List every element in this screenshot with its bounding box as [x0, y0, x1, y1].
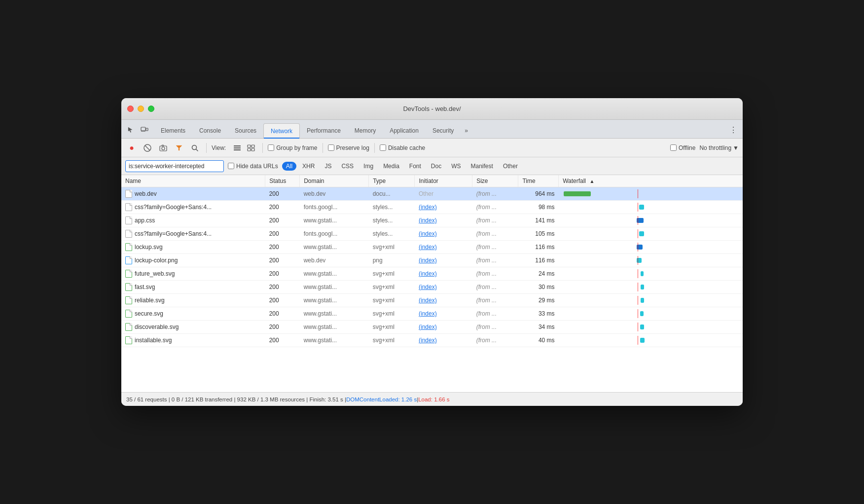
filter-tag-ws[interactable]: WS — [447, 162, 465, 171]
svg-rect-15 — [248, 148, 251, 151]
close-button[interactable] — [127, 106, 134, 112]
device-toolbar-icon[interactable] — [139, 124, 150, 135]
col-header-time[interactable]: Time — [518, 175, 559, 187]
more-options-button[interactable]: ⋮ — [728, 124, 739, 135]
cursor-icon[interactable] — [125, 124, 136, 135]
devtools-window: DevTools - web.dev/ Elements Console — [121, 98, 743, 406]
table-row[interactable]: web.dev200web.devdocu...Other(from ...96… — [121, 187, 743, 201]
disable-cache-checkbox[interactable] — [380, 144, 386, 151]
screenshot-button[interactable] — [157, 142, 170, 154]
view-label: View: — [212, 144, 226, 151]
col-header-name[interactable]: Name — [121, 175, 265, 187]
filter-icon[interactable] — [173, 142, 185, 154]
filter-tag-font[interactable]: Font — [405, 162, 425, 171]
svg-rect-16 — [252, 148, 254, 151]
load-stat: Load: 1.66 s — [418, 396, 449, 402]
hide-data-urls-checkbox[interactable] — [228, 163, 234, 169]
svg-rect-14 — [252, 145, 254, 147]
toolbar-end: Offline No throttling ▼ — [670, 144, 739, 151]
col-header-waterfall[interactable]: Waterfall ▲ — [559, 175, 743, 187]
offline-checkbox-label[interactable]: Offline — [670, 144, 695, 151]
tabs-bar: Elements Console Sources Network Perform… — [121, 120, 743, 139]
toolbar-separator-1 — [206, 143, 207, 153]
status-bar: 35 / 61 requests | 0 B / 121 KB transfer… — [121, 392, 743, 406]
table-row[interactable]: installable.svg200www.gstati...svg+xml(i… — [121, 334, 743, 347]
tab-memory[interactable]: Memory — [348, 123, 383, 138]
svg-point-6 — [162, 147, 165, 150]
view-buttons — [231, 142, 257, 154]
filter-bar: Hide data URLs All XHR JS CSS Img Media … — [121, 157, 743, 175]
table-row[interactable]: secure.svg200www.gstati...svg+xml(index)… — [121, 307, 743, 321]
status-text: 35 / 61 requests | 0 B / 121 KB transfer… — [126, 396, 346, 402]
filter-input-wrapper[interactable] — [125, 160, 224, 172]
more-tabs-button[interactable]: » — [461, 123, 472, 138]
tab-console[interactable]: Console — [192, 123, 228, 138]
minimize-button[interactable] — [138, 106, 144, 112]
network-toolbar: ● View: — [121, 139, 743, 157]
preserve-log-checkbox[interactable] — [328, 144, 334, 151]
table-row[interactable]: css?family=Google+Sans:4...200fonts.goog… — [121, 227, 743, 241]
record-button[interactable]: ● — [125, 142, 138, 154]
filter-tag-img[interactable]: Img — [360, 162, 377, 171]
toolbar-separator-4 — [374, 143, 375, 153]
svg-rect-12 — [234, 149, 241, 150]
tab-elements[interactable]: Elements — [154, 123, 192, 138]
svg-rect-7 — [162, 145, 164, 146]
tab-overflow: ⋮ — [728, 124, 739, 138]
col-header-status[interactable]: Status — [265, 175, 300, 187]
table-row[interactable]: reliable.svg200www.gstati...svg+xml(inde… — [121, 294, 743, 307]
toolbar-separator-2 — [262, 143, 263, 153]
table-row[interactable]: css?family=Google+Sans:4...200fonts.goog… — [121, 201, 743, 214]
filter-tag-css[interactable]: CSS — [337, 162, 358, 171]
table-row[interactable]: app.css200www.gstati...styles...(index)(… — [121, 214, 743, 227]
tab-security[interactable]: Security — [426, 123, 461, 138]
filter-tag-doc[interactable]: Doc — [427, 162, 445, 171]
window-controls — [127, 106, 154, 112]
throttle-dropdown[interactable]: No throttling ▼ — [699, 144, 739, 151]
filter-tag-all[interactable]: All — [282, 162, 296, 171]
svg-rect-11 — [234, 147, 241, 148]
table-row[interactable]: lockup-color.png200web.devpng(index)(fro… — [121, 254, 743, 267]
svg-line-9 — [196, 149, 198, 151]
col-header-size[interactable]: Size — [472, 175, 518, 187]
preserve-log-checkbox-label[interactable]: Preserve log — [328, 144, 369, 151]
titlebar: DevTools - web.dev/ — [121, 98, 743, 120]
filter-input[interactable] — [129, 163, 220, 170]
filter-tag-other[interactable]: Other — [499, 162, 522, 171]
table-row[interactable]: lockup.svg200www.gstati...svg+xml(index)… — [121, 241, 743, 254]
offline-checkbox[interactable] — [670, 144, 677, 151]
maximize-button[interactable] — [148, 106, 154, 112]
hide-data-urls-label[interactable]: Hide data URLs — [228, 163, 278, 170]
search-button[interactable] — [188, 142, 201, 154]
dom-content-loaded-stat[interactable]: DOMContentLoaded: 1.26 s — [346, 396, 417, 402]
filter-tag-xhr[interactable]: XHR — [298, 162, 319, 171]
svg-rect-10 — [234, 145, 241, 146]
filter-tag-js[interactable]: JS — [321, 162, 335, 171]
svg-line-4 — [145, 145, 150, 150]
filter-tag-media[interactable]: Media — [379, 162, 403, 171]
table-row[interactable]: fast.svg200www.gstati...svg+xml(index)(f… — [121, 281, 743, 294]
col-header-initiator[interactable]: Initiator — [415, 175, 472, 187]
col-header-domain[interactable]: Domain — [300, 175, 369, 187]
tab-performance[interactable]: Performance — [300, 123, 348, 138]
tab-network[interactable]: Network — [263, 123, 300, 138]
sort-arrow-icon: ▲ — [589, 179, 594, 184]
tab-icon-group — [125, 124, 150, 138]
tab-application[interactable]: Application — [383, 123, 426, 138]
filter-tag-manifest[interactable]: Manifest — [467, 162, 497, 171]
svg-rect-0 — [141, 127, 145, 131]
network-table: Name Status Domain Type Initiator Size T… — [121, 175, 743, 392]
grouped-view-button[interactable] — [245, 142, 257, 154]
col-header-type[interactable]: Type — [369, 175, 415, 187]
clear-button[interactable] — [141, 142, 154, 154]
table-header-row: Name Status Domain Type Initiator Size T… — [121, 175, 743, 187]
list-view-button[interactable] — [231, 142, 244, 154]
group-by-frame-checkbox[interactable] — [268, 144, 274, 151]
group-by-frame-checkbox-label[interactable]: Group by frame — [268, 144, 317, 151]
tab-sources[interactable]: Sources — [228, 123, 263, 138]
disable-cache-checkbox-label[interactable]: Disable cache — [380, 144, 425, 151]
table-row[interactable]: future_web.svg200www.gstati...svg+xml(in… — [121, 267, 743, 281]
svg-rect-13 — [248, 145, 251, 147]
window-title: DevTools - web.dev/ — [403, 105, 461, 112]
table-row[interactable]: discoverable.svg200www.gstati...svg+xml(… — [121, 321, 743, 334]
